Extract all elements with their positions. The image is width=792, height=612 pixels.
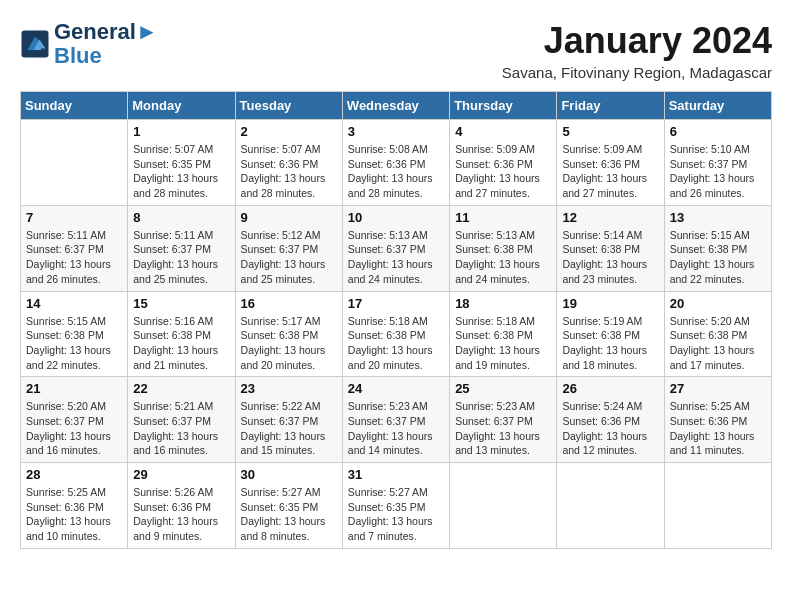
day-info: Sunrise: 5:10 AMSunset: 6:37 PMDaylight:…: [670, 142, 766, 201]
day-number: 20: [670, 296, 766, 311]
calendar-cell: 28Sunrise: 5:25 AMSunset: 6:36 PMDayligh…: [21, 463, 128, 549]
calendar-cell: 31Sunrise: 5:27 AMSunset: 6:35 PMDayligh…: [342, 463, 449, 549]
day-number: 4: [455, 124, 551, 139]
day-number: 24: [348, 381, 444, 396]
calendar-cell: 27Sunrise: 5:25 AMSunset: 6:36 PMDayligh…: [664, 377, 771, 463]
calendar-cell: 2Sunrise: 5:07 AMSunset: 6:36 PMDaylight…: [235, 120, 342, 206]
calendar-cell: 18Sunrise: 5:18 AMSunset: 6:38 PMDayligh…: [450, 291, 557, 377]
day-info: Sunrise: 5:26 AMSunset: 6:36 PMDaylight:…: [133, 485, 229, 544]
day-info: Sunrise: 5:23 AMSunset: 6:37 PMDaylight:…: [455, 399, 551, 458]
day-number: 9: [241, 210, 337, 225]
calendar-cell: 24Sunrise: 5:23 AMSunset: 6:37 PMDayligh…: [342, 377, 449, 463]
calendar-cell: 1Sunrise: 5:07 AMSunset: 6:35 PMDaylight…: [128, 120, 235, 206]
calendar-cell: 7Sunrise: 5:11 AMSunset: 6:37 PMDaylight…: [21, 205, 128, 291]
day-number: 10: [348, 210, 444, 225]
logo: General► Blue: [20, 20, 158, 68]
calendar-cell: 19Sunrise: 5:19 AMSunset: 6:38 PMDayligh…: [557, 291, 664, 377]
page-header: General► Blue January 2024 Savana, Fitov…: [20, 20, 772, 81]
calendar-cell: [664, 463, 771, 549]
day-info: Sunrise: 5:24 AMSunset: 6:36 PMDaylight:…: [562, 399, 658, 458]
title-block: January 2024 Savana, Fitovinany Region, …: [502, 20, 772, 81]
day-number: 17: [348, 296, 444, 311]
logo-text-block: General► Blue: [54, 20, 158, 68]
day-info: Sunrise: 5:27 AMSunset: 6:35 PMDaylight:…: [348, 485, 444, 544]
day-number: 19: [562, 296, 658, 311]
month-title: January 2024: [502, 20, 772, 62]
day-info: Sunrise: 5:18 AMSunset: 6:38 PMDaylight:…: [348, 314, 444, 373]
col-wednesday: Wednesday: [342, 92, 449, 120]
day-info: Sunrise: 5:17 AMSunset: 6:38 PMDaylight:…: [241, 314, 337, 373]
day-info: Sunrise: 5:18 AMSunset: 6:38 PMDaylight:…: [455, 314, 551, 373]
calendar-cell: 10Sunrise: 5:13 AMSunset: 6:37 PMDayligh…: [342, 205, 449, 291]
day-number: 15: [133, 296, 229, 311]
day-number: 25: [455, 381, 551, 396]
day-info: Sunrise: 5:23 AMSunset: 6:37 PMDaylight:…: [348, 399, 444, 458]
day-number: 27: [670, 381, 766, 396]
calendar-cell: 6Sunrise: 5:10 AMSunset: 6:37 PMDaylight…: [664, 120, 771, 206]
table-row: 21Sunrise: 5:20 AMSunset: 6:37 PMDayligh…: [21, 377, 772, 463]
day-info: Sunrise: 5:11 AMSunset: 6:37 PMDaylight:…: [133, 228, 229, 287]
day-number: 2: [241, 124, 337, 139]
day-number: 28: [26, 467, 122, 482]
calendar-cell: 29Sunrise: 5:26 AMSunset: 6:36 PMDayligh…: [128, 463, 235, 549]
day-info: Sunrise: 5:25 AMSunset: 6:36 PMDaylight:…: [670, 399, 766, 458]
calendar-cell: 15Sunrise: 5:16 AMSunset: 6:38 PMDayligh…: [128, 291, 235, 377]
day-info: Sunrise: 5:09 AMSunset: 6:36 PMDaylight:…: [455, 142, 551, 201]
day-info: Sunrise: 5:20 AMSunset: 6:37 PMDaylight:…: [26, 399, 122, 458]
calendar-cell: 11Sunrise: 5:13 AMSunset: 6:38 PMDayligh…: [450, 205, 557, 291]
day-number: 7: [26, 210, 122, 225]
table-row: 1Sunrise: 5:07 AMSunset: 6:35 PMDaylight…: [21, 120, 772, 206]
calendar-cell: 5Sunrise: 5:09 AMSunset: 6:36 PMDaylight…: [557, 120, 664, 206]
calendar-cell: 13Sunrise: 5:15 AMSunset: 6:38 PMDayligh…: [664, 205, 771, 291]
day-number: 8: [133, 210, 229, 225]
col-friday: Friday: [557, 92, 664, 120]
day-number: 12: [562, 210, 658, 225]
day-number: 23: [241, 381, 337, 396]
col-thursday: Thursday: [450, 92, 557, 120]
calendar-cell: 14Sunrise: 5:15 AMSunset: 6:38 PMDayligh…: [21, 291, 128, 377]
day-number: 14: [26, 296, 122, 311]
calendar-cell: 22Sunrise: 5:21 AMSunset: 6:37 PMDayligh…: [128, 377, 235, 463]
calendar-cell: 12Sunrise: 5:14 AMSunset: 6:38 PMDayligh…: [557, 205, 664, 291]
day-number: 22: [133, 381, 229, 396]
col-sunday: Sunday: [21, 92, 128, 120]
calendar-cell: 3Sunrise: 5:08 AMSunset: 6:36 PMDaylight…: [342, 120, 449, 206]
day-info: Sunrise: 5:14 AMSunset: 6:38 PMDaylight:…: [562, 228, 658, 287]
logo-line1: General: [54, 19, 136, 44]
location-subtitle: Savana, Fitovinany Region, Madagascar: [502, 64, 772, 81]
day-number: 26: [562, 381, 658, 396]
day-number: 5: [562, 124, 658, 139]
day-info: Sunrise: 5:21 AMSunset: 6:37 PMDaylight:…: [133, 399, 229, 458]
day-number: 18: [455, 296, 551, 311]
calendar-cell: [450, 463, 557, 549]
day-number: 11: [455, 210, 551, 225]
logo-icon: [20, 29, 50, 59]
calendar-cell: 26Sunrise: 5:24 AMSunset: 6:36 PMDayligh…: [557, 377, 664, 463]
day-info: Sunrise: 5:09 AMSunset: 6:36 PMDaylight:…: [562, 142, 658, 201]
calendar-cell: 9Sunrise: 5:12 AMSunset: 6:37 PMDaylight…: [235, 205, 342, 291]
calendar-cell: 25Sunrise: 5:23 AMSunset: 6:37 PMDayligh…: [450, 377, 557, 463]
calendar-cell: 17Sunrise: 5:18 AMSunset: 6:38 PMDayligh…: [342, 291, 449, 377]
table-row: 14Sunrise: 5:15 AMSunset: 6:38 PMDayligh…: [21, 291, 772, 377]
calendar-cell: 21Sunrise: 5:20 AMSunset: 6:37 PMDayligh…: [21, 377, 128, 463]
day-info: Sunrise: 5:13 AMSunset: 6:38 PMDaylight:…: [455, 228, 551, 287]
header-row: Sunday Monday Tuesday Wednesday Thursday…: [21, 92, 772, 120]
day-number: 3: [348, 124, 444, 139]
day-info: Sunrise: 5:19 AMSunset: 6:38 PMDaylight:…: [562, 314, 658, 373]
day-number: 29: [133, 467, 229, 482]
calendar-cell: 8Sunrise: 5:11 AMSunset: 6:37 PMDaylight…: [128, 205, 235, 291]
day-number: 16: [241, 296, 337, 311]
table-row: 7Sunrise: 5:11 AMSunset: 6:37 PMDaylight…: [21, 205, 772, 291]
day-info: Sunrise: 5:15 AMSunset: 6:38 PMDaylight:…: [26, 314, 122, 373]
day-number: 31: [348, 467, 444, 482]
day-number: 30: [241, 467, 337, 482]
day-info: Sunrise: 5:20 AMSunset: 6:38 PMDaylight:…: [670, 314, 766, 373]
calendar-cell: 4Sunrise: 5:09 AMSunset: 6:36 PMDaylight…: [450, 120, 557, 206]
calendar-cell: 23Sunrise: 5:22 AMSunset: 6:37 PMDayligh…: [235, 377, 342, 463]
day-number: 21: [26, 381, 122, 396]
calendar-cell: [557, 463, 664, 549]
day-number: 13: [670, 210, 766, 225]
day-info: Sunrise: 5:13 AMSunset: 6:37 PMDaylight:…: [348, 228, 444, 287]
day-info: Sunrise: 5:12 AMSunset: 6:37 PMDaylight:…: [241, 228, 337, 287]
calendar-cell: [21, 120, 128, 206]
